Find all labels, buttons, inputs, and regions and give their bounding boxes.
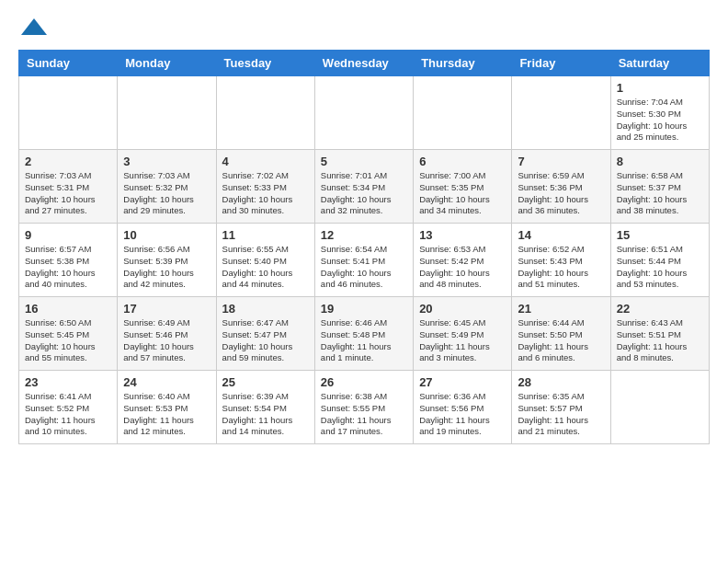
day-number: 4 (222, 155, 309, 168)
day-info: Sunrise: 6:39 AM Sunset: 5:54 PM Dayligh… (222, 391, 309, 438)
day-number: 12 (321, 228, 407, 242)
weekday-header-friday: Friday (512, 51, 610, 76)
day-number: 22 (617, 302, 703, 316)
calendar-cell: 13Sunrise: 6:53 AM Sunset: 5:42 PM Dayli… (414, 224, 512, 297)
weekday-header-monday: Monday (118, 51, 216, 76)
day-number: 5 (321, 155, 407, 168)
calendar-cell: 26Sunrise: 6:38 AM Sunset: 5:55 PM Dayli… (314, 371, 413, 444)
calendar-table: SundayMondayTuesdayWednesdayThursdayFrid… (18, 50, 710, 444)
day-number: 26 (321, 375, 407, 389)
day-info: Sunrise: 6:43 AM Sunset: 5:51 PM Dayligh… (617, 317, 703, 364)
day-info: Sunrise: 6:51 AM Sunset: 5:44 PM Dayligh… (617, 244, 703, 291)
day-info: Sunrise: 6:35 AM Sunset: 5:57 PM Dayligh… (518, 391, 604, 438)
day-info: Sunrise: 6:56 AM Sunset: 5:39 PM Dayligh… (123, 244, 210, 291)
calendar-cell: 14Sunrise: 6:52 AM Sunset: 5:43 PM Dayli… (512, 224, 610, 297)
day-info: Sunrise: 6:40 AM Sunset: 5:53 PM Dayligh… (123, 391, 210, 438)
day-number: 16 (25, 302, 111, 316)
day-number: 13 (419, 228, 506, 242)
day-number: 15 (617, 228, 703, 242)
day-info: Sunrise: 7:04 AM Sunset: 5:30 PM Dayligh… (617, 97, 703, 144)
calendar-cell: 6Sunrise: 7:00 AM Sunset: 5:35 PM Daylig… (414, 150, 512, 224)
calendar-cell: 15Sunrise: 6:51 AM Sunset: 5:44 PM Dayli… (610, 224, 709, 297)
day-info: Sunrise: 6:46 AM Sunset: 5:48 PM Dayligh… (321, 317, 407, 364)
calendar-cell: 2Sunrise: 7:03 AM Sunset: 5:31 PM Daylig… (19, 150, 118, 224)
day-info: Sunrise: 7:03 AM Sunset: 5:31 PM Dayligh… (25, 170, 111, 217)
day-number: 23 (25, 375, 111, 389)
day-info: Sunrise: 6:53 AM Sunset: 5:42 PM Dayligh… (419, 244, 506, 291)
day-info: Sunrise: 6:44 AM Sunset: 5:50 PM Dayligh… (518, 317, 604, 364)
calendar-cell: 4Sunrise: 7:02 AM Sunset: 5:33 PM Daylig… (216, 150, 314, 224)
calendar-cell: 3Sunrise: 7:03 AM Sunset: 5:32 PM Daylig… (118, 150, 216, 224)
calendar-cell: 28Sunrise: 6:35 AM Sunset: 5:57 PM Dayli… (512, 371, 610, 444)
day-info: Sunrise: 6:55 AM Sunset: 5:40 PM Dayligh… (222, 244, 309, 291)
day-number: 2 (25, 155, 111, 168)
day-number: 7 (518, 155, 604, 168)
day-info: Sunrise: 6:58 AM Sunset: 5:37 PM Dayligh… (617, 170, 703, 217)
weekday-header-sunday: Sunday (19, 51, 118, 76)
logo (18, 15, 47, 40)
calendar-cell: 8Sunrise: 6:58 AM Sunset: 5:37 PM Daylig… (610, 150, 709, 224)
calendar-cell (118, 76, 216, 150)
calendar-cell: 5Sunrise: 7:01 AM Sunset: 5:34 PM Daylig… (314, 150, 413, 224)
day-info: Sunrise: 6:49 AM Sunset: 5:46 PM Dayligh… (123, 317, 210, 364)
day-info: Sunrise: 6:57 AM Sunset: 5:38 PM Dayligh… (25, 244, 111, 291)
calendar-cell (414, 76, 512, 150)
week-row-2: 2Sunrise: 7:03 AM Sunset: 5:31 PM Daylig… (19, 150, 710, 224)
week-row-3: 9Sunrise: 6:57 AM Sunset: 5:38 PM Daylig… (19, 224, 710, 297)
calendar-cell: 23Sunrise: 6:41 AM Sunset: 5:52 PM Dayli… (19, 371, 118, 444)
day-info: Sunrise: 6:52 AM Sunset: 5:43 PM Dayligh… (518, 244, 604, 291)
calendar-cell: 12Sunrise: 6:54 AM Sunset: 5:41 PM Dayli… (314, 224, 413, 297)
calendar-cell (512, 76, 610, 150)
weekday-header-row: SundayMondayTuesdayWednesdayThursdayFrid… (19, 51, 710, 76)
calendar-cell: 16Sunrise: 6:50 AM Sunset: 5:45 PM Dayli… (19, 297, 118, 371)
calendar-cell: 9Sunrise: 6:57 AM Sunset: 5:38 PM Daylig… (19, 224, 118, 297)
calendar-cell: 21Sunrise: 6:44 AM Sunset: 5:50 PM Dayli… (512, 297, 610, 371)
day-number: 17 (123, 302, 210, 316)
day-number: 1 (617, 81, 703, 95)
calendar-cell: 17Sunrise: 6:49 AM Sunset: 5:46 PM Dayli… (118, 297, 216, 371)
calendar-cell: 24Sunrise: 6:40 AM Sunset: 5:53 PM Dayli… (118, 371, 216, 444)
day-number: 14 (518, 228, 604, 242)
day-number: 19 (321, 302, 407, 316)
calendar-cell: 19Sunrise: 6:46 AM Sunset: 5:48 PM Dayli… (314, 297, 413, 371)
day-number: 24 (123, 375, 210, 389)
week-row-1: 1Sunrise: 7:04 AM Sunset: 5:30 PM Daylig… (19, 76, 710, 150)
day-info: Sunrise: 6:45 AM Sunset: 5:49 PM Dayligh… (419, 317, 506, 364)
weekday-header-tuesday: Tuesday (216, 51, 314, 76)
day-info: Sunrise: 6:41 AM Sunset: 5:52 PM Dayligh… (25, 391, 111, 438)
calendar-cell: 7Sunrise: 6:59 AM Sunset: 5:36 PM Daylig… (512, 150, 610, 224)
calendar-cell: 25Sunrise: 6:39 AM Sunset: 5:54 PM Dayli… (216, 371, 314, 444)
day-number: 9 (25, 228, 111, 242)
day-info: Sunrise: 6:38 AM Sunset: 5:55 PM Dayligh… (321, 391, 407, 438)
day-info: Sunrise: 7:03 AM Sunset: 5:32 PM Dayligh… (123, 170, 210, 217)
day-info: Sunrise: 7:02 AM Sunset: 5:33 PM Dayligh… (222, 170, 309, 217)
page-header (18, 15, 710, 40)
day-info: Sunrise: 6:59 AM Sunset: 5:36 PM Dayligh… (518, 170, 604, 217)
day-number: 18 (222, 302, 309, 316)
day-info: Sunrise: 6:54 AM Sunset: 5:41 PM Dayligh… (321, 244, 407, 291)
day-number: 20 (419, 302, 506, 316)
weekday-header-saturday: Saturday (610, 51, 709, 76)
calendar-cell (314, 76, 413, 150)
weekday-header-thursday: Thursday (414, 51, 512, 76)
calendar-cell: 22Sunrise: 6:43 AM Sunset: 5:51 PM Dayli… (610, 297, 709, 371)
logo-icon (21, 15, 47, 40)
day-info: Sunrise: 7:01 AM Sunset: 5:34 PM Dayligh… (321, 170, 407, 217)
svg-marker-0 (21, 18, 47, 35)
day-number: 6 (419, 155, 506, 168)
day-number: 3 (123, 155, 210, 168)
day-number: 25 (222, 375, 309, 389)
calendar-cell: 11Sunrise: 6:55 AM Sunset: 5:40 PM Dayli… (216, 224, 314, 297)
calendar-cell (19, 76, 118, 150)
week-row-4: 16Sunrise: 6:50 AM Sunset: 5:45 PM Dayli… (19, 297, 710, 371)
calendar-cell: 10Sunrise: 6:56 AM Sunset: 5:39 PM Dayli… (118, 224, 216, 297)
calendar-cell: 18Sunrise: 6:47 AM Sunset: 5:47 PM Dayli… (216, 297, 314, 371)
calendar-cell (216, 76, 314, 150)
week-row-5: 23Sunrise: 6:41 AM Sunset: 5:52 PM Dayli… (19, 371, 710, 444)
calendar-cell: 1Sunrise: 7:04 AM Sunset: 5:30 PM Daylig… (610, 76, 709, 150)
day-number: 10 (123, 228, 210, 242)
day-info: Sunrise: 6:50 AM Sunset: 5:45 PM Dayligh… (25, 317, 111, 364)
day-info: Sunrise: 7:00 AM Sunset: 5:35 PM Dayligh… (419, 170, 506, 217)
day-number: 28 (518, 375, 604, 389)
calendar-cell: 20Sunrise: 6:45 AM Sunset: 5:49 PM Dayli… (414, 297, 512, 371)
